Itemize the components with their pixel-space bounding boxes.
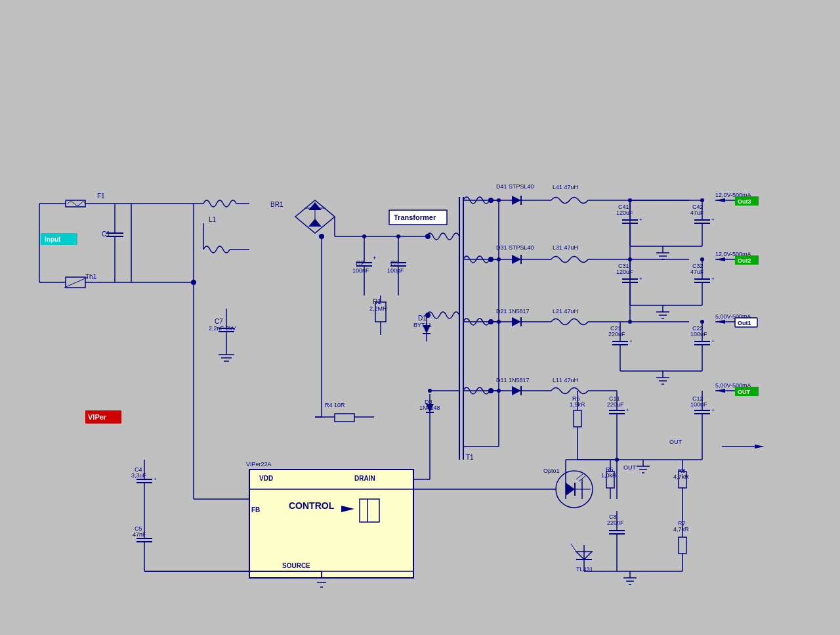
svg-text:100uF: 100uF	[690, 401, 707, 408]
svg-text:Out3: Out3	[738, 198, 751, 205]
schematic-diagram: F1 Th1 C1 Input L1	[0, 0, 840, 601]
svg-point-321	[700, 198, 704, 202]
svg-text:CONTROL: CONTROL	[289, 500, 335, 511]
svg-point-304	[319, 234, 324, 239]
svg-text:L1: L1	[209, 216, 217, 223]
svg-point-318	[628, 198, 632, 202]
svg-text:220uF: 220uF	[607, 401, 624, 408]
svg-point-311	[497, 198, 501, 202]
svg-text:100uF: 100uF	[690, 331, 707, 338]
svg-text:C7: C7	[215, 318, 223, 325]
svg-text:2,2MR: 2,2MR	[369, 305, 387, 312]
svg-text:220nF: 220nF	[607, 519, 624, 526]
svg-text:100pF: 100pF	[387, 267, 404, 274]
svg-point-68	[425, 313, 430, 318]
svg-text:+: +	[711, 276, 715, 282]
svg-text:Th1: Th1	[85, 273, 97, 280]
svg-point-313	[497, 320, 501, 324]
svg-text:D41 STPSL40: D41 STPSL40	[496, 183, 534, 190]
svg-text:+: +	[626, 407, 629, 413]
svg-text:OUT: OUT	[623, 464, 637, 471]
svg-point-320	[628, 320, 632, 324]
svg-text:Out1: Out1	[738, 320, 751, 326]
svg-text:OUT: OUT	[738, 389, 751, 395]
svg-text:220uF: 220uF	[608, 331, 625, 338]
svg-text:VIPer22A: VIPer22A	[246, 461, 272, 468]
svg-text:BR1: BR1	[270, 201, 284, 208]
svg-text:120uF: 120uF	[616, 209, 633, 216]
svg-point-300	[191, 280, 196, 285]
svg-rect-253	[249, 470, 413, 578]
svg-text:+: +	[629, 338, 633, 344]
svg-text:+: +	[373, 255, 376, 261]
svg-point-327	[615, 458, 619, 462]
svg-text:R4 10R: R4 10R	[325, 402, 345, 408]
svg-point-333	[428, 389, 432, 393]
svg-text:+: +	[711, 407, 715, 413]
svg-text:Opto1: Opto1	[543, 468, 560, 474]
svg-text:D31 STPSL40: D31 STPSL40	[496, 244, 534, 251]
svg-text:D11 1N5817: D11 1N5817	[496, 377, 530, 383]
svg-text:L21 47uH: L21 47uH	[553, 308, 578, 315]
svg-text:T1: T1	[466, 454, 474, 461]
svg-text:4,7kR: 4,7kR	[673, 526, 689, 533]
svg-point-322	[700, 257, 704, 261]
svg-text:+: +	[711, 217, 715, 223]
svg-text:+: +	[154, 476, 157, 482]
svg-rect-0	[0, 0, 840, 601]
svg-point-337	[396, 234, 400, 238]
svg-text:FB: FB	[251, 506, 260, 514]
svg-text:Transformer: Transformer	[394, 213, 436, 221]
svg-text:F1: F1	[97, 192, 105, 200]
svg-text:+: +	[639, 276, 642, 282]
svg-text:L31 47uH: L31 47uH	[553, 244, 578, 251]
svg-text:DRAIN: DRAIN	[354, 475, 375, 482]
svg-point-319	[628, 257, 632, 261]
svg-point-323	[700, 320, 704, 324]
svg-text:OUT: OUT	[669, 439, 682, 445]
svg-text:SOURCE: SOURCE	[282, 562, 310, 569]
svg-text:D21 1N5817: D21 1N5817	[496, 308, 530, 315]
svg-text:Out2: Out2	[738, 257, 751, 264]
svg-text:VDD: VDD	[259, 475, 273, 482]
svg-text:+: +	[711, 338, 715, 344]
svg-point-314	[497, 389, 501, 393]
svg-text:L11 47uH: L11 47uH	[553, 377, 578, 383]
svg-text:+: +	[639, 217, 642, 223]
svg-text:100nF: 100nF	[352, 267, 369, 274]
svg-text:L41 47uH: L41 47uH	[553, 184, 578, 190]
svg-point-336	[362, 234, 366, 238]
svg-point-312	[497, 257, 501, 261]
svg-text:VIPer: VIPer	[88, 413, 107, 421]
svg-text:120uF: 120uF	[616, 269, 633, 275]
svg-text:Input: Input	[45, 236, 61, 243]
main-area: Quick Circuit Datas Efficiency : 54% @ 2…	[0, 33, 840, 635]
